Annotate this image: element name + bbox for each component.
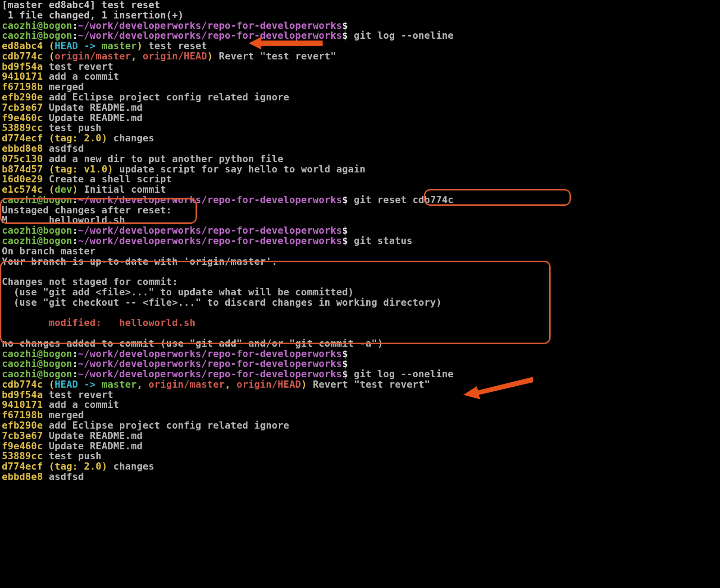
log2-row: 53889cc test push (2, 450, 101, 461)
status-line: On branch master (2, 245, 96, 257)
log1-row: 075c130 add a new dir to put another pyt… (2, 153, 283, 164)
log1-row: 7cb3e67 Update README.md (2, 102, 143, 113)
status-modified-line: modified: helloworld.sh (2, 317, 196, 328)
log2-row: 7cb3e67 Update README.md (2, 430, 143, 441)
log1-row: bd9f54a test revert (2, 61, 113, 72)
log1-row: 53889cc test push (2, 122, 101, 133)
log1-row: efb290e add Eclipse project config relat… (2, 91, 289, 103)
commit-summary-line1: [master ed8abc4] test reset (2, 0, 160, 10)
reset-output-line: M helloworld.sh (2, 214, 125, 226)
log1-row: 9410171 add a commit (2, 71, 119, 82)
log1-row: d774ecf (tag: 2.0) changes (2, 132, 155, 144)
command-git-status[interactable] (348, 235, 354, 246)
status-line: Changes not staged for commit: (2, 276, 178, 287)
prompt-line: caozhi@bogon:~/work/developerworks/repo-… (2, 225, 348, 236)
log2-row: f9e460c Update README.md (2, 440, 143, 452)
prompt-line: caozhi@bogon:~/work/developerworks/repo-… (2, 368, 454, 380)
log2-row: d774ecf (tag: 2.0) changes (2, 461, 155, 472)
prompt-line: caozhi@bogon:~/work/developerworks/repo-… (2, 20, 348, 31)
log1-row: b874d57 (tag: v1.0) update script for sa… (2, 163, 365, 175)
commit-summary-line2: 1 file changed, 1 insertion(+) (2, 9, 184, 21)
log2-row: bd9f54a test revert (2, 389, 113, 400)
prompt-line: caozhi@bogon:~/work/developerworks/repo-… (2, 358, 348, 369)
prompt-line: caozhi@bogon:~/work/developerworks/repo-… (2, 194, 454, 205)
log1-row: ed8abc4 (HEAD -> master) test reset (2, 40, 207, 51)
log2-row: cdb774c (HEAD -> master, origin/master, … (2, 379, 430, 390)
status-line: no changes added to commit (use "git add… (2, 338, 383, 349)
log2-row: f67198b merged (2, 409, 84, 421)
status-line: Your branch is up-to-date with 'origin/m… (2, 256, 278, 267)
log1-row: f67198b merged (2, 81, 84, 92)
command-git-log[interactable] (348, 368, 354, 380)
status-line: (use "git add <file>..." to update what … (2, 286, 354, 298)
log2-row: 9410171 add a commit (2, 399, 119, 410)
log1-row: e1c574c (dev) Initial commit (2, 184, 166, 195)
prompt-line: caozhi@bogon:~/work/developerworks/repo-… (2, 235, 413, 246)
log1-row: 16d0e29 Create a shell script (2, 173, 172, 185)
command-git-log[interactable] (348, 30, 354, 41)
prompt-line: caozhi@bogon:~/work/developerworks/repo-… (2, 30, 454, 41)
log1-row: ebbd8e8 asdfsd (2, 143, 84, 154)
log2-row: efb290e add Eclipse project config relat… (2, 420, 289, 431)
log1-row: f9e460c Update README.md (2, 112, 143, 123)
status-line: (use "git checkout -- <file>..." to disc… (2, 297, 442, 308)
log1-row: cdb774c (origin/master, origin/HEAD) Rev… (2, 50, 336, 62)
prompt-line: caozhi@bogon:~/work/developerworks/repo-… (2, 348, 348, 359)
log2-row: ebbd8e8 asdfsd (2, 471, 84, 482)
reset-output-line: Unstaged changes after reset: (2, 204, 172, 216)
command-git-reset[interactable] (348, 194, 354, 205)
terminal-output[interactable]: [master ed8abc4] test reset 1 file chang… (0, 0, 720, 482)
